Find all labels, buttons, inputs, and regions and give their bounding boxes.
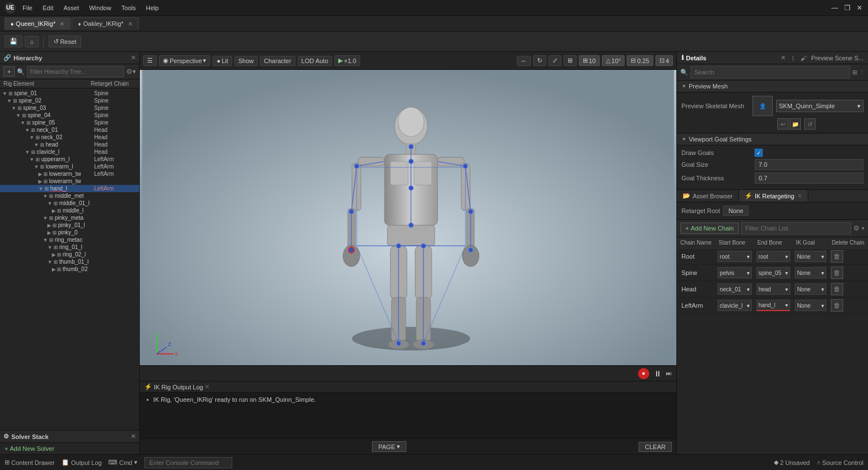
start-bone-dropdown-root[interactable]: root▾ [718, 251, 752, 262]
ik-retargeting-tab-close[interactable]: ✕ [798, 193, 802, 199]
list-item[interactable]: ▼ ⊞ middle_met [0, 192, 139, 199]
preview-mesh-section-header[interactable]: ▼ Preview Mesh [677, 81, 868, 92]
tree-arrow-icon[interactable]: ▼ [34, 164, 39, 170]
tree-arrow-icon[interactable]: ▶ [52, 208, 56, 214]
tree-arrow-icon[interactable]: ▼ [34, 142, 39, 148]
delete-chain-root-button[interactable]: 🗑 [831, 250, 843, 263]
tab-ik-retargeting[interactable]: ⚡ IK Retargeting ✕ [739, 190, 808, 202]
content-drawer-button[interactable]: ⊞ Content Drawer [5, 459, 55, 466]
tree-arrow-icon[interactable]: ▶ [38, 179, 42, 184]
menu-tools[interactable]: Tools [117, 3, 140, 12]
perspective-button[interactable]: ◉ Perspective ▾ [159, 55, 210, 66]
speed-button[interactable]: ▶ ×1.0 [334, 55, 360, 66]
start-bone-dropdown-head[interactable]: neck_01▾ [718, 283, 752, 295]
hierarchy-search-input[interactable] [27, 66, 124, 77]
list-item[interactable]: ▼ ⊞ middle_01_l [0, 199, 139, 207]
tree-arrow-icon[interactable]: ▼ [2, 91, 7, 96]
list-item[interactable]: ▼ ⊞ spine_02 Spine [0, 97, 139, 104]
tree-arrow-icon[interactable]: ▶ [38, 171, 42, 177]
tree-arrow-icon[interactable]: ▼ [47, 201, 52, 206]
viewport-goal-settings-header[interactable]: ▼ Viewport Goal Settings [677, 134, 868, 145]
console-input[interactable] [144, 457, 232, 468]
list-item[interactable]: ▼ ⊞ ring_01_l [0, 243, 139, 251]
list-item[interactable]: ▼ ⊞ spine_01 Spine [0, 90, 139, 97]
add-new-chain-button[interactable]: + Add New Chain [680, 223, 739, 234]
tab-queen-ikrig[interactable]: ♦ Queen_IKRig* ✕ [5, 17, 70, 30]
tree-arrow-icon[interactable]: ▼ [29, 157, 34, 162]
delete-chain-head-button[interactable]: 🗑 [831, 283, 843, 295]
ik-rig-output-log-tab[interactable]: ⚡ IK Rig Output Log ✕ [144, 383, 210, 391]
tree-arrow-icon[interactable]: ▶ [52, 267, 56, 272]
reset-button[interactable]: ↺ Reset [48, 36, 82, 47]
tab-close-queen[interactable]: ✕ [60, 21, 64, 27]
list-item[interactable]: ▶ ⊞ pinky_01_l [0, 221, 139, 229]
list-item[interactable]: ▶ ⊞ thumb_02 [0, 265, 139, 273]
source-control-button[interactable]: ⑃ Source Control [817, 459, 863, 466]
show-button[interactable]: Show [234, 56, 258, 66]
goal-thickness-input[interactable] [755, 172, 863, 184]
goal-size-input[interactable] [755, 159, 863, 170]
details-close[interactable]: ✕ [781, 54, 786, 61]
tree-arrow-icon[interactable]: ▼ [7, 98, 12, 104]
ik-goal-dropdown-head[interactable]: None▾ [795, 283, 826, 295]
list-item[interactable]: ▼ ⊞ hand_l LeftArm [0, 185, 139, 192]
end-bone-dropdown-root[interactable]: root▾ [756, 251, 791, 262]
menu-window[interactable]: Window [85, 3, 116, 12]
list-item[interactable]: ▼ ⊞ head Head [0, 141, 139, 148]
menu-help[interactable]: Help [141, 3, 163, 12]
hierarchy-close[interactable]: ✕ [131, 54, 136, 61]
mesh-clear-button[interactable]: ↺ [804, 118, 816, 130]
tree-arrow-icon[interactable]: ▼ [11, 105, 16, 111]
mesh-sync-button[interactable]: ↩ [777, 118, 789, 130]
list-item[interactable]: ▼ ⊞ spine_04 Spine [0, 112, 139, 119]
close-button[interactable]: ✕ [856, 4, 863, 12]
ik-goal-dropdown-leftarm[interactable]: None▾ [795, 300, 826, 311]
start-bone-dropdown-leftarm[interactable]: clavicle_l▾ [718, 300, 752, 311]
hierarchy-add-button[interactable]: + [3, 66, 15, 77]
chain-settings-button[interactable]: ⚙ [853, 224, 860, 232]
output-log-button[interactable]: 📋 Output Log [61, 459, 101, 466]
list-item[interactable]: ▶ ⊞ middle_l [0, 207, 139, 214]
tree-arrow-icon[interactable]: ▼ [29, 135, 34, 140]
end-bone-dropdown-spine[interactable]: spine_05▾ [756, 267, 791, 278]
pause-button[interactable]: ⏸ [654, 369, 662, 378]
list-item[interactable]: ▶ ⊞ lowerarm_tw LeftArm [0, 170, 139, 178]
draw-goals-checkbox[interactable]: ✓ [755, 149, 763, 157]
lit-button[interactable]: ● Lit [212, 56, 232, 66]
lod-button[interactable]: LOD Auto [298, 56, 333, 66]
unsaved-indicator[interactable]: ◆ 2 Unsaved [774, 459, 810, 466]
delete-chain-spine-button[interactable]: 🗑 [831, 267, 843, 279]
tree-arrow-icon[interactable]: ▶ [52, 252, 56, 258]
search-layout-icon[interactable]: ⊞ [852, 69, 857, 76]
end-bone-dropdown-head[interactable]: head▾ [756, 283, 791, 295]
ik-goal-dropdown-root[interactable]: None▾ [795, 251, 826, 262]
tree-arrow-icon[interactable]: ▼ [47, 245, 52, 250]
search-options-icon[interactable]: ⋮ [860, 69, 865, 75]
tree-arrow-icon[interactable]: ▼ [43, 237, 48, 243]
list-item[interactable]: ▼ ⊞ lowerarm_l LeftArm [0, 163, 139, 170]
list-item[interactable]: ▼ ⊞ neck_02 Head [0, 134, 139, 141]
filter-chain-input[interactable] [741, 222, 851, 234]
add-new-solver-button[interactable]: + Add New Solver [0, 443, 139, 454]
tree-arrow-icon[interactable]: ▼ [38, 186, 43, 192]
transform-button[interactable]: ⊞ [564, 55, 577, 66]
tree-arrow-icon[interactable]: ▼ [43, 215, 48, 221]
details-search-input[interactable] [690, 66, 850, 78]
list-item[interactable]: ▼ ⊞ upperarm_l LeftArm [0, 156, 139, 163]
skip-button[interactable]: ⏭ [666, 370, 672, 376]
tree-arrow-icon[interactable]: ▼ [43, 193, 48, 199]
tree-arrow-icon[interactable]: ▼ [47, 259, 52, 265]
list-item[interactable]: ▼ ⊞ ring_metac [0, 236, 139, 243]
page-button[interactable]: PAGE ▾ [372, 441, 406, 452]
tab-asset-browser[interactable]: 📂 Asset Browser [677, 190, 739, 202]
solver-stack-close[interactable]: ✕ [131, 433, 136, 440]
list-item[interactable]: ▼ ⊞ clavicle_l Head [0, 148, 139, 156]
list-item[interactable]: ▼ ⊞ thumb_01_l [0, 258, 139, 265]
menu-file[interactable]: File [18, 3, 37, 12]
tree-arrow-icon[interactable]: ▶ [47, 223, 51, 228]
list-item[interactable]: ▼ ⊞ spine_03 Spine [0, 104, 139, 112]
tab-close-oakley[interactable]: ✕ [128, 21, 132, 27]
list-item[interactable]: ▼ ⊞ pinky_meta [0, 214, 139, 221]
menu-asset[interactable]: Asset [59, 3, 84, 12]
end-bone-dropdown-leftarm[interactable]: hand_l▾ [756, 300, 791, 311]
